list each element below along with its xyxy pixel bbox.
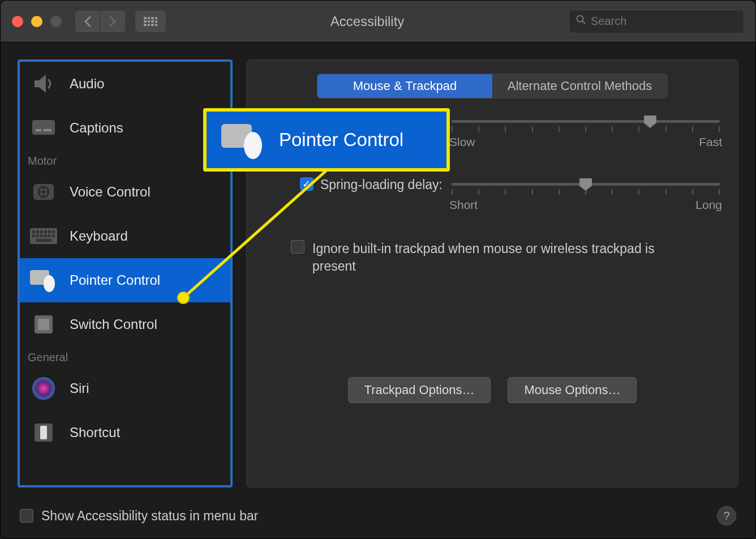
callout-box: Pointer Control (203, 108, 450, 172)
minimize-window-button[interactable] (31, 16, 42, 27)
svg-rect-24 (38, 319, 49, 330)
footer: Show Accessibility status in menu bar ? (1, 493, 755, 538)
sidebar-item-label: Switch Control (70, 316, 157, 332)
svg-rect-19 (52, 234, 55, 237)
back-button[interactable] (75, 11, 100, 32)
sidebar-item-label: Voice Control (70, 184, 151, 200)
shortcut-icon (28, 417, 59, 448)
svg-rect-10 (40, 230, 43, 233)
svg-rect-11 (44, 230, 47, 233)
slider-max-label: Fast (699, 135, 722, 149)
chevron-right-icon (109, 16, 117, 27)
svg-rect-4 (44, 129, 51, 131)
search-input[interactable] (591, 15, 737, 28)
svg-point-30 (244, 132, 262, 159)
slider-min-label: Slow (449, 135, 475, 149)
grid-icon (144, 17, 157, 26)
search-field-wrap[interactable] (569, 10, 744, 33)
sidebar-item-label: Captions (70, 120, 123, 136)
callout-label: Pointer Control (279, 129, 403, 151)
voice-control-icon (28, 176, 59, 208)
sidebar-item-audio[interactable]: Audio (20, 62, 230, 106)
svg-point-22 (44, 275, 55, 292)
svg-rect-14 (32, 234, 35, 237)
zoom-window-button[interactable] (50, 16, 62, 27)
svg-rect-16 (40, 234, 43, 237)
tab-mouse-trackpad[interactable]: Mouse & Trackpad (317, 74, 492, 98)
svg-rect-15 (36, 234, 39, 237)
svg-rect-3 (36, 129, 41, 131)
tab-alternate-control[interactable]: Alternate Control Methods (492, 74, 667, 98)
spring-loading-checkbox[interactable]: ✓ (300, 177, 313, 191)
ignore-builtin-checkbox[interactable] (291, 240, 304, 254)
close-window-button[interactable] (12, 16, 23, 27)
sidebar-section-general: General (20, 346, 230, 366)
sidebar-item-label: Audio (70, 76, 104, 92)
mouse-options-button[interactable]: Mouse Options… (508, 377, 637, 403)
keyboard-icon (28, 220, 59, 252)
pointer-control-icon (219, 121, 268, 159)
show-all-button[interactable] (135, 11, 166, 32)
speaker-icon (28, 68, 59, 100)
ignore-builtin-label: Ignore built-in trackpad when mouse or w… (312, 240, 675, 275)
tab-segment: Mouse & Trackpad Alternate Control Metho… (317, 74, 668, 99)
sidebar-item-voice-control[interactable]: Voice Control (20, 170, 230, 214)
svg-rect-20 (36, 239, 51, 242)
switch-control-icon (28, 309, 59, 340)
sidebar-item-label: Pointer Control (70, 272, 160, 288)
sidebar-item-keyboard[interactable]: Keyboard (20, 214, 230, 258)
sidebar-item-switch-control[interactable]: Switch Control (20, 302, 230, 346)
nav-segment (75, 11, 125, 32)
svg-rect-8 (32, 230, 35, 233)
svg-rect-18 (48, 234, 51, 237)
forward-button[interactable] (100, 11, 125, 32)
sidebar-item-pointer-control[interactable]: Pointer Control (20, 258, 230, 302)
slider-max-label: Long (695, 198, 722, 212)
sidebar-item-shortcut[interactable]: Shortcut (20, 410, 230, 455)
show-status-label: Show Accessibility status in menu bar (41, 508, 717, 524)
chevron-left-icon (84, 16, 92, 27)
captions-icon (28, 112, 59, 144)
spring-loading-label: Spring-loading delay: (320, 177, 443, 192)
window-controls (12, 16, 62, 27)
siri-icon (28, 373, 59, 404)
sidebar-item-captions[interactable]: Captions (20, 106, 230, 150)
sidebar-item-siri[interactable]: Siri (20, 366, 230, 410)
trackpad-options-button[interactable]: Trackpad Options… (348, 377, 491, 403)
title-bar: Accessibility (1, 1, 755, 42)
show-status-checkbox[interactable] (20, 509, 33, 523)
svg-rect-13 (52, 230, 55, 233)
svg-rect-12 (48, 230, 51, 233)
window-title: Accessibility (166, 14, 569, 29)
search-icon (576, 15, 586, 28)
spring-loading-slider[interactable] (452, 183, 720, 186)
sidebar-item-label: Keyboard (70, 228, 128, 244)
svg-rect-9 (36, 230, 39, 233)
svg-rect-2 (32, 120, 55, 135)
svg-line-1 (583, 22, 586, 24)
callout-endpoint-dot (177, 292, 190, 304)
sidebar: Audio Captions Motor Voice Control Keybo… (18, 59, 233, 487)
svg-rect-17 (44, 234, 47, 237)
svg-rect-27 (40, 426, 47, 439)
sidebar-item-label: Siri (70, 380, 89, 396)
svg-point-25 (32, 377, 55, 400)
double-click-speed-slider[interactable] (452, 120, 720, 123)
pointer-control-icon (28, 264, 59, 296)
sidebar-section-motor: Motor (20, 150, 230, 170)
help-button[interactable]: ? (717, 506, 736, 525)
slider-min-label: Short (449, 198, 478, 212)
sidebar-item-label: Shortcut (70, 425, 120, 440)
